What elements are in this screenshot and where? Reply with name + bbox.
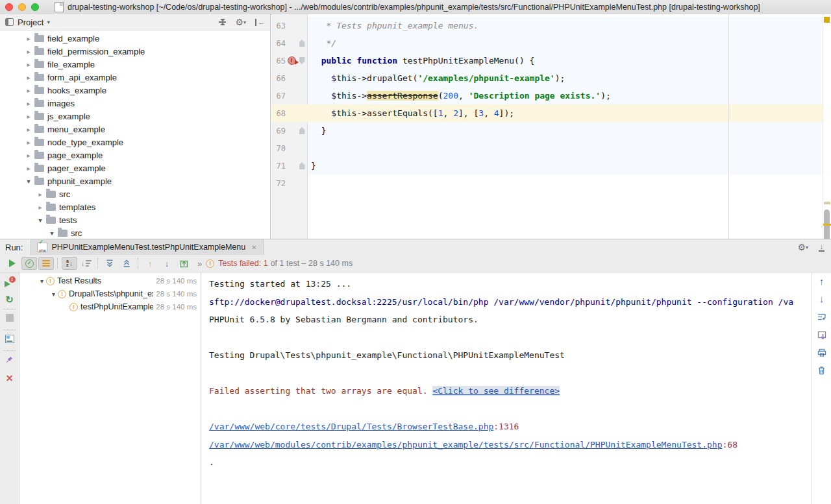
project-tree-item[interactable]: ▸field_example xyxy=(25,32,270,45)
fold-marker-icon[interactable] xyxy=(299,57,305,64)
settings-gear-icon[interactable]: ⚙▾ xyxy=(235,18,246,27)
project-tree-item[interactable]: ▸src xyxy=(25,187,270,200)
project-tree-item[interactable]: ▾phpunit_example xyxy=(25,174,270,187)
code-text[interactable]: public function testPhpUnitExampleMenu()… xyxy=(308,52,823,69)
stack-trace-link[interactable]: /var/www/web/core/tests/Drupal/Tests/Bro… xyxy=(209,422,493,431)
pin-tab-icon[interactable] xyxy=(0,355,19,364)
rerun-icon[interactable]: ↻ xyxy=(0,294,19,304)
chevron-right-icon[interactable]: ▸ xyxy=(25,87,32,94)
scroll-down-icon[interactable]: ↓ xyxy=(812,294,831,304)
open-results-icon[interactable] xyxy=(812,331,831,339)
print-icon[interactable] xyxy=(812,348,831,357)
code-text[interactable]: } xyxy=(308,157,823,174)
collapse-all-icon[interactable] xyxy=(119,257,134,270)
test-console[interactable]: Testing started at 13:25 ...sftp://docke… xyxy=(201,272,812,504)
hide-panel-icon[interactable]: ← xyxy=(255,19,265,26)
project-tree-item[interactable]: ▾src xyxy=(25,226,270,239)
rerun-failed-test-icon[interactable]: ! xyxy=(288,56,296,65)
code-line[interactable]: 64 */ xyxy=(271,34,823,52)
warning-stripe-mark[interactable] xyxy=(824,202,830,204)
project-tree-item[interactable]: ▸field_permission_example xyxy=(25,45,270,58)
stop-icon[interactable] xyxy=(0,314,19,322)
code-text[interactable]: } xyxy=(308,122,823,139)
test-tree-item[interactable]: ▾!Drupal\Tests\phpunit_ex28 s 140 ms xyxy=(19,287,201,300)
project-tree-item[interactable]: ▸page_example xyxy=(25,149,270,162)
more-chevron-icon[interactable]: » xyxy=(197,259,202,269)
project-tree-item[interactable]: ▸js_example xyxy=(25,110,270,123)
fold-marker-icon[interactable] xyxy=(299,162,305,169)
code-text[interactable]: $this->assertResponse(200, 'Description … xyxy=(308,87,823,104)
code-text[interactable]: $this->assertEquals([1, 2], [3, 4]); xyxy=(308,104,823,122)
warning-stripe-mark[interactable] xyxy=(823,224,831,226)
chevron-right-icon[interactable]: ▸ xyxy=(36,204,44,211)
zoom-window-button[interactable] xyxy=(31,3,39,11)
chevron-right-icon[interactable]: ▸ xyxy=(25,100,32,107)
code-line[interactable]: 70 xyxy=(271,139,823,157)
project-tree-item[interactable]: ▸pager_example xyxy=(25,162,270,174)
restore-layout-icon[interactable] xyxy=(0,335,19,343)
project-tree-item[interactable]: ▸node_type_example xyxy=(25,136,270,149)
run-tab[interactable]: php PHPUnitExampleMenuTest.testPhpUnitEx… xyxy=(31,239,263,255)
editor-scrollbar[interactable] xyxy=(823,14,831,239)
hide-tool-window-icon[interactable]: ↓ xyxy=(819,243,825,252)
fold-marker-icon[interactable] xyxy=(299,127,305,134)
chevron-right-icon[interactable]: ▸ xyxy=(25,113,32,120)
chevron-right-icon[interactable]: ▸ xyxy=(25,165,32,172)
settings-gear-icon[interactable]: ⚙▾ xyxy=(797,243,808,252)
chevron-right-icon[interactable]: ▸ xyxy=(25,139,32,146)
code-text[interactable]: * Tests phpunit_example menus. xyxy=(308,17,823,34)
diff-link[interactable]: <Click to see difference> xyxy=(432,386,560,396)
code-line[interactable]: 71} xyxy=(271,157,823,174)
code-line[interactable]: 67 $this->assertResponse(200, 'Descripti… xyxy=(271,87,823,104)
code-line[interactable]: 65! public function testPhpUnitExampleMe… xyxy=(271,52,823,69)
scroll-up-icon[interactable]: ↑ xyxy=(812,276,831,286)
chevron-down-icon[interactable]: ▾ xyxy=(47,19,50,25)
code-line[interactable]: 72 xyxy=(271,174,823,192)
chevron-right-icon[interactable]: ▸ xyxy=(25,61,32,68)
expand-all-icon[interactable] xyxy=(102,257,118,270)
error-stripe-indicator[interactable] xyxy=(824,17,830,23)
editor[interactable]: 63 * Tests phpunit_example menus.64 */65… xyxy=(271,14,831,239)
chevron-right-icon[interactable]: ▸ xyxy=(25,35,32,42)
chevron-down-icon[interactable]: ▾ xyxy=(25,178,32,185)
rerun-failed-tests-icon[interactable]: ! xyxy=(0,278,19,287)
close-icon[interactable]: ✕ xyxy=(0,374,19,383)
code-text[interactable] xyxy=(308,174,823,192)
project-panel-title[interactable]: Project xyxy=(18,18,43,27)
show-ignored-icon[interactable] xyxy=(38,257,54,270)
project-tree-item[interactable]: ▸file_example xyxy=(25,58,270,71)
chevron-down-icon[interactable]: ▾ xyxy=(36,217,44,224)
code-text[interactable]: */ xyxy=(308,34,823,52)
chevron-right-icon[interactable]: ▸ xyxy=(25,74,32,81)
close-icon[interactable]: ✕ xyxy=(251,244,256,251)
chevron-down-icon[interactable]: ▾ xyxy=(49,291,58,298)
show-passed-icon[interactable]: ✓ xyxy=(21,257,37,270)
collapse-vertical-icon[interactable] xyxy=(219,18,226,27)
rerun-icon[interactable] xyxy=(5,257,20,270)
code-line[interactable]: 63 * Tests phpunit_example menus. xyxy=(271,17,823,34)
chevron-right-icon[interactable]: ▸ xyxy=(25,126,32,133)
project-tree-item[interactable]: ▸form_api_example xyxy=(25,71,270,84)
clear-all-icon[interactable] xyxy=(812,366,831,375)
code-line[interactable]: 68 $this->assertEquals([1, 2], [3, 4]); xyxy=(271,104,823,122)
soft-wrap-icon[interactable] xyxy=(812,313,831,321)
project-tree-item[interactable]: ▾tests xyxy=(25,213,270,226)
project-tree-item[interactable]: ▸hooks_example xyxy=(25,84,270,97)
sort-by-duration-icon[interactable]: ↓ xyxy=(79,257,94,270)
previous-failed-test-icon[interactable]: ↑ xyxy=(142,257,158,270)
export-test-results-icon[interactable] xyxy=(176,257,192,270)
stack-trace-link[interactable]: /var/www/web/modules/contrib/examples/ph… xyxy=(209,440,723,450)
code-text[interactable] xyxy=(308,139,823,157)
chevron-down-icon[interactable]: ▾ xyxy=(38,278,46,285)
chevron-right-icon[interactable]: ▸ xyxy=(25,48,32,55)
project-tree-item[interactable]: ▸menu_example xyxy=(25,123,270,136)
minimize-window-button[interactable] xyxy=(18,3,26,11)
close-window-button[interactable] xyxy=(5,3,13,11)
chevron-down-icon[interactable]: ▾ xyxy=(48,230,56,237)
code-line[interactable]: 69 } xyxy=(271,122,823,139)
project-tree-item[interactable]: ▸images xyxy=(25,97,270,110)
chevron-right-icon[interactable]: ▸ xyxy=(36,191,44,198)
code-text[interactable]: $this->drupalGet('/examples/phpunit-exam… xyxy=(308,69,823,87)
next-failed-test-icon[interactable]: ↓ xyxy=(159,257,175,270)
test-tree-item[interactable]: !testPhpUnitExampleM28 s 140 ms xyxy=(19,300,201,313)
